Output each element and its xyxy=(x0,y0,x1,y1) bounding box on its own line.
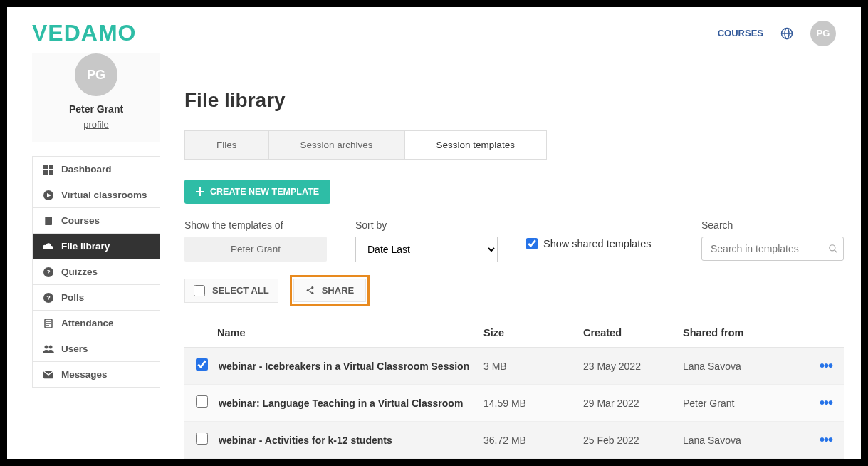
svg-rect-5 xyxy=(43,170,48,175)
row-shared-from: Lana Savova xyxy=(683,435,797,446)
row-created: 29 Mar 2022 xyxy=(583,398,683,409)
row-checkbox[interactable] xyxy=(196,433,208,445)
main: File library FilesSession archivesSessio… xyxy=(160,53,861,459)
profile-link[interactable]: profile xyxy=(83,119,108,130)
book-icon xyxy=(43,216,54,226)
select-all-label: SELECT ALL xyxy=(212,285,269,296)
owner-filter-value[interactable]: Peter Grant xyxy=(184,237,327,262)
search-icon[interactable] xyxy=(828,244,838,254)
svg-rect-9 xyxy=(45,217,46,225)
svg-line-29 xyxy=(308,291,311,292)
sidebar-item-courses[interactable]: Courses xyxy=(33,208,160,234)
courses-link[interactable]: COURSES xyxy=(718,28,763,38)
svg-line-28 xyxy=(308,289,311,290)
sidebar-item-label: Virtual classrooms xyxy=(61,190,147,200)
tabs: FilesSession archivesSession templates xyxy=(184,130,547,160)
col-size-header: Size xyxy=(483,327,583,338)
col-name-header: Name xyxy=(217,327,483,338)
dashboard-icon xyxy=(43,165,54,175)
row-name: webinar: Language Teaching in a Virtual … xyxy=(217,398,483,409)
more-icon[interactable]: ••• xyxy=(820,432,832,447)
row-checkbox[interactable] xyxy=(196,395,208,408)
page-title: File library xyxy=(184,75,844,112)
sidebar-item-file-library[interactable]: File library xyxy=(33,234,160,259)
share-highlight: SHARE xyxy=(290,275,370,306)
sidebar-item-virtual-classrooms[interactable]: Virtual classrooms xyxy=(33,182,160,208)
row-created: 23 May 2022 xyxy=(583,361,683,372)
svg-rect-4 xyxy=(49,165,53,169)
header: VEDAMO COURSES PG xyxy=(7,7,861,53)
svg-rect-22 xyxy=(196,191,204,192)
table-row: webinar - Icebreakers in a Virtual Class… xyxy=(184,348,844,385)
avatar-large: PG xyxy=(75,53,117,96)
sort-filter-label: Sort by xyxy=(355,219,498,231)
svg-point-27 xyxy=(311,292,313,294)
globe-icon[interactable] xyxy=(780,27,793,40)
svg-rect-3 xyxy=(43,165,48,169)
row-size: 36.72 MB xyxy=(483,435,583,446)
owner-filter: Show the templates of Peter Grant xyxy=(184,219,327,262)
svg-point-25 xyxy=(311,286,313,289)
table-header: Name Size Created Shared from xyxy=(184,319,844,348)
sidebar-item-label: Attendance xyxy=(61,318,114,328)
sidebar-item-label: File library xyxy=(61,241,110,252)
col-created-header: Created xyxy=(583,327,683,338)
row-shared-from: Peter Grant xyxy=(683,398,797,409)
row-checkbox[interactable] xyxy=(196,358,208,371)
sidebar-item-label: Quizzes xyxy=(61,266,98,277)
select-all-button[interactable]: SELECT ALL xyxy=(184,279,278,303)
row-size: 3 MB xyxy=(483,361,583,372)
cloud-icon xyxy=(43,242,54,252)
table-row: webinar: Language Teaching in a Virtual … xyxy=(184,385,844,422)
logo: VEDAMO xyxy=(32,20,136,46)
show-shared-label: Show shared templates xyxy=(543,238,652,249)
tab-session-archives[interactable]: Session archives xyxy=(269,131,405,159)
svg-point-26 xyxy=(306,289,308,291)
user-box: PG Peter Grant profile xyxy=(32,53,160,142)
select-all-checkbox[interactable] xyxy=(194,285,205,296)
row-name: webinar - Activities for k-12 students xyxy=(217,435,483,446)
tab-session-templates[interactable]: Session templates xyxy=(405,131,546,159)
sidebar-item-label: Users xyxy=(61,343,88,354)
table-row: webinar - Activities for k-12 students36… xyxy=(184,422,844,459)
row-shared-from: Lana Savova xyxy=(683,361,797,372)
nav: DashboardVirtual classroomsCoursesFile l… xyxy=(32,156,160,388)
sidebar-item-label: Courses xyxy=(61,215,100,226)
show-shared-checkbox-row[interactable]: Show shared templates xyxy=(526,219,652,249)
create-button-label: CREATE NEW TEMPLATE xyxy=(210,187,319,197)
sidebar-item-dashboard[interactable]: Dashboard xyxy=(33,157,160,182)
sidebar-item-polls[interactable]: ?Polls xyxy=(33,285,160,311)
users-icon xyxy=(43,344,54,354)
row-size: 14.59 MB xyxy=(483,398,583,409)
tab-files[interactable]: Files xyxy=(185,131,269,159)
svg-point-23 xyxy=(830,245,835,251)
col-shared-header: Shared from xyxy=(683,327,797,338)
row-created: 25 Feb 2022 xyxy=(583,435,683,446)
more-icon[interactable]: ••• xyxy=(820,395,832,410)
sidebar-item-messages[interactable]: Messages xyxy=(33,362,160,387)
more-icon[interactable]: ••• xyxy=(820,358,832,373)
svg-rect-6 xyxy=(49,170,53,175)
sort-select[interactable]: Date Last xyxy=(355,237,498,262)
svg-point-19 xyxy=(49,345,53,348)
svg-line-24 xyxy=(835,250,837,253)
sidebar-item-attendance[interactable]: Attendance xyxy=(33,311,160,336)
sidebar-item-label: Dashboard xyxy=(61,164,112,175)
show-shared-checkbox[interactable] xyxy=(526,238,538,249)
svg-text:?: ? xyxy=(46,269,51,276)
file-icon xyxy=(43,319,54,328)
share-icon xyxy=(305,286,315,295)
user-name: Peter Grant xyxy=(39,103,153,115)
share-button[interactable]: SHARE xyxy=(293,279,367,302)
create-new-template-button[interactable]: CREATE NEW TEMPLATE xyxy=(184,180,330,204)
sort-filter: Sort by Date Last xyxy=(355,219,498,262)
row-name: webinar - Icebreakers in a Virtual Class… xyxy=(217,361,483,372)
svg-text:?: ? xyxy=(46,294,51,301)
sidebar-item-users[interactable]: Users xyxy=(33,336,160,362)
plus-icon xyxy=(196,187,204,196)
sidebar-item-quizzes[interactable]: ?Quizzes xyxy=(33,259,160,285)
svg-point-18 xyxy=(45,345,48,348)
play-icon xyxy=(43,190,54,200)
avatar[interactable]: PG xyxy=(810,21,836,46)
search-input[interactable] xyxy=(701,237,844,261)
